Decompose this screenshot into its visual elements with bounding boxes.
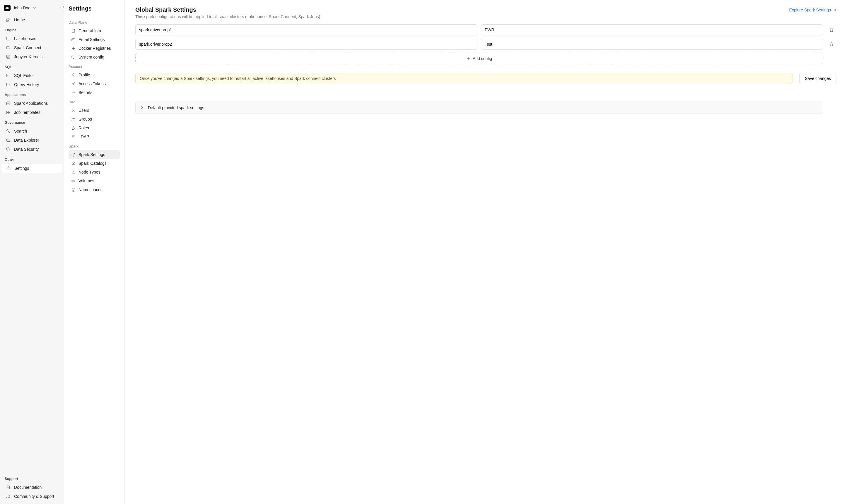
- settings-users[interactable]: Users: [69, 106, 120, 115]
- settings-spark-settings[interactable]: Spark Settings: [69, 150, 120, 159]
- nav-section-sql: SQL: [0, 61, 64, 71]
- svg-rect-3: [6, 74, 10, 77]
- svg-rect-19: [71, 56, 75, 58]
- user-icon: [71, 108, 75, 113]
- node-icon: [71, 170, 75, 175]
- settings-general-info[interactable]: General Info: [69, 26, 120, 35]
- settings-profile[interactable]: Profile: [69, 71, 120, 79]
- settings-groups[interactable]: Groups: [69, 115, 120, 124]
- default-spark-settings-expandable[interactable]: Default provided spark settings: [135, 102, 823, 114]
- book-icon: [6, 485, 11, 490]
- nav-spark-connect[interactable]: Spark Connect: [1, 43, 63, 52]
- shield-icon: [6, 147, 11, 151]
- delete-config-button[interactable]: [827, 39, 836, 49]
- nav-data-explorer[interactable]: Data Explorer: [1, 136, 63, 145]
- collapse-sidebar-button[interactable]: [60, 4, 67, 11]
- namespace-icon: [71, 187, 75, 192]
- mail-icon: [71, 37, 75, 42]
- settings-title: Settings: [69, 5, 120, 12]
- svg-point-11: [7, 130, 9, 132]
- svg-point-28: [72, 137, 73, 137]
- page-subtitle: This spark configurations will be applie…: [135, 14, 321, 19]
- home-icon: [6, 18, 11, 22]
- user-name: John Doe: [13, 5, 31, 10]
- expandable-label: Default provided spark settings: [148, 105, 204, 110]
- nav-data-security[interactable]: Data Security: [1, 145, 63, 154]
- svg-rect-1: [6, 47, 9, 49]
- nav-lakehouses[interactable]: Lakehouses: [1, 34, 63, 43]
- config-row: [135, 39, 836, 50]
- nav-label: Settings: [14, 166, 29, 170]
- nav-section-engine: Engine: [0, 24, 64, 34]
- svg-rect-17: [71, 38, 75, 41]
- save-changes-button[interactable]: Save changes: [799, 73, 836, 84]
- nav-label: Home: [14, 18, 25, 22]
- gear-icon: [6, 166, 11, 170]
- svg-rect-8: [8, 111, 10, 112]
- config-row: [135, 24, 836, 35]
- nav-label: Lakehouses: [14, 36, 36, 41]
- search-icon: [6, 129, 11, 133]
- nav-home[interactable]: Home: [1, 16, 63, 24]
- config-value-input[interactable]: [481, 39, 823, 50]
- svg-rect-7: [7, 111, 8, 112]
- monitor-icon: [71, 55, 75, 59]
- nav-label: SQL Editor: [14, 73, 34, 78]
- explore-spark-settings-link[interactable]: Explore Spark Settings: [789, 6, 836, 12]
- settings-item-label: Roles: [78, 126, 89, 130]
- settings-volumes[interactable]: Volumes: [69, 177, 120, 185]
- nav-label: Spark Applications: [14, 101, 48, 106]
- user-menu[interactable]: JD John Doe: [0, 3, 64, 15]
- delete-config-button[interactable]: [827, 25, 836, 35]
- settings-ldap[interactable]: LDAP: [69, 132, 120, 141]
- nav-label: Search: [14, 129, 27, 133]
- nav-community[interactable]: Community & Support: [1, 492, 63, 501]
- nav-job-templates[interactable]: Job Templates: [1, 108, 63, 117]
- settings-system-config[interactable]: System config: [69, 53, 120, 61]
- restart-warning-banner: Once you've changed a Spark settings, yo…: [135, 73, 793, 84]
- nav-label: Community & Support: [14, 494, 54, 499]
- main-content: Global Spark Settings This spark configu…: [125, 0, 847, 504]
- nav-sql-editor[interactable]: SQL Editor: [1, 71, 63, 80]
- settings-spark-catalogs[interactable]: Spark Catalogs: [69, 159, 120, 168]
- nav-jupyter-kernels[interactable]: Jupyter Kernels: [1, 52, 63, 61]
- community-icon: [6, 494, 11, 499]
- settings-namespaces[interactable]: Namespaces: [69, 185, 120, 194]
- lakehouse-icon: [6, 36, 11, 41]
- nav-spark-applications[interactable]: Spark Applications: [1, 99, 63, 108]
- nav-section-governance: Governance: [0, 117, 64, 126]
- settings-item-label: Access Tokens: [78, 82, 106, 86]
- add-config-label: Add config: [473, 56, 492, 61]
- svg-point-22: [74, 92, 75, 93]
- groups-icon: [71, 117, 75, 122]
- svg-point-15: [9, 496, 10, 497]
- settings-item-label: LDAP: [78, 134, 89, 139]
- docker-icon: [71, 46, 75, 51]
- settings-node-types[interactable]: Node Types: [69, 168, 120, 177]
- svg-point-20: [73, 73, 74, 75]
- settings-secrets[interactable]: Secrets: [69, 88, 120, 97]
- key-icon: [71, 82, 75, 86]
- svg-rect-26: [72, 128, 74, 129]
- settings-roles[interactable]: Roles: [69, 124, 120, 132]
- settings-email[interactable]: Email Settings: [69, 35, 120, 44]
- config-key-input[interactable]: [135, 39, 477, 50]
- nav-documentation[interactable]: Documentation: [1, 483, 63, 492]
- trash-icon: [829, 27, 834, 33]
- nav-query-history[interactable]: Query History: [1, 80, 63, 89]
- svg-rect-10: [8, 113, 10, 114]
- explore-link-label: Explore Spark Settings: [789, 7, 831, 12]
- config-key-input[interactable]: [135, 24, 477, 35]
- info-icon: [71, 29, 75, 33]
- nav-search[interactable]: Search: [1, 127, 63, 136]
- svg-point-25: [73, 118, 74, 119]
- volume-icon: [71, 179, 75, 183]
- nav-settings[interactable]: Settings: [1, 164, 63, 173]
- settings-docker[interactable]: Docker Registries: [69, 44, 120, 53]
- settings-access-tokens[interactable]: Access Tokens: [69, 79, 120, 88]
- settings-group-spark: Spark: [69, 141, 120, 150]
- svg-point-6: [7, 103, 9, 104]
- add-config-button[interactable]: Add config: [135, 53, 823, 64]
- config-value-input[interactable]: [481, 24, 823, 35]
- page-title: Global Spark Settings: [135, 6, 321, 13]
